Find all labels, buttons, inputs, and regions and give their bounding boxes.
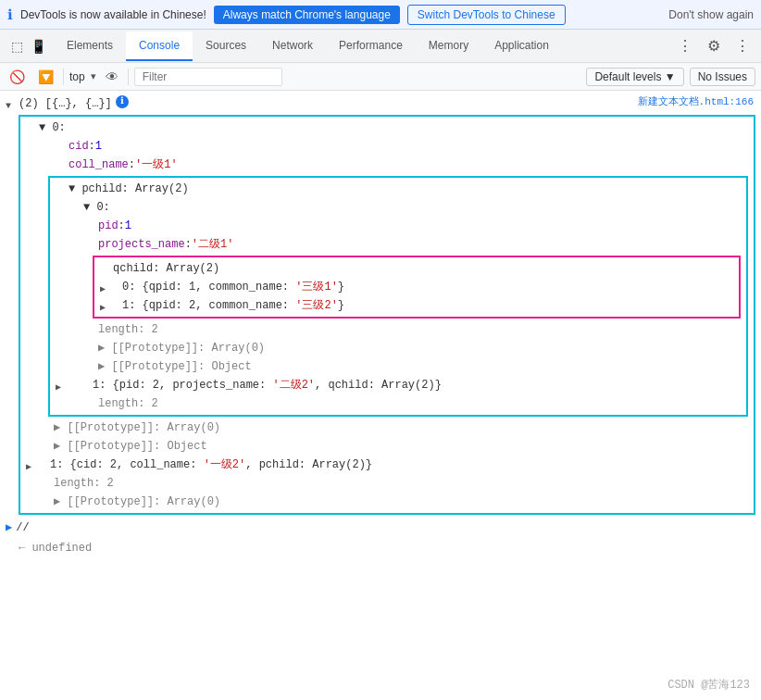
length-b-text: length: 2 bbox=[98, 395, 158, 412]
switch-devtools-button[interactable]: Switch DevTools to Chinese bbox=[407, 5, 566, 25]
teal-outer-box: ▼ 0: cid : 1 coll_name : '一级1' ▼ pchild:… bbox=[19, 115, 755, 515]
more-tabs-icon[interactable]: ⋮ bbox=[670, 33, 700, 58]
console-area: 新建文本文档.html:166 ▼ (2) [{…}, {…}] ℹ ▼ 0: … bbox=[0, 91, 761, 700]
inspect-icon[interactable]: ⬚ bbox=[9, 37, 25, 56]
device-icon[interactable]: 📱 bbox=[29, 37, 48, 56]
watermark: CSDN @苦海123 bbox=[667, 677, 750, 693]
pid-value: 1 bbox=[125, 218, 131, 234]
pchild-arrow[interactable]: ▼ pchild: Array(2) bbox=[69, 181, 189, 197]
array-summary-line: ▼ (2) [{…}, {…}] ℹ bbox=[0, 94, 761, 113]
match-language-button[interactable]: Always match Chrome's language bbox=[214, 6, 400, 24]
qchild-item0-text: 0: {qpid: 1, common_name: '三级1'} bbox=[122, 279, 344, 295]
qchild-item0: ▶ 0: {qpid: 1, common_name: '三级1'} bbox=[94, 278, 739, 296]
info-icon: ℹ bbox=[7, 6, 13, 23]
cid-value: 1 bbox=[95, 138, 102, 155]
eye-icon[interactable]: 👁 bbox=[102, 68, 122, 86]
filter-toggle-button[interactable]: 🔽 bbox=[34, 68, 57, 86]
undefined-line: ← undefined bbox=[0, 538, 761, 558]
item1-collapsed: ▶ 1: {cid: 2, coll_name: '一级2', pchild: … bbox=[20, 456, 754, 474]
info-message: DevTools is now available in Chinese! bbox=[20, 8, 206, 21]
prompt-line: ▶ // bbox=[0, 517, 761, 538]
item0-label: ▼ 0: bbox=[20, 119, 754, 137]
prototype-array-a-text: ▶ [[Prototype]]: Array(0) bbox=[98, 340, 265, 356]
prototype-obj-b-text: ▶ [[Prototype]]: Object bbox=[54, 438, 207, 455]
cid-key: cid bbox=[69, 138, 89, 155]
length-a-text: length: 2 bbox=[98, 321, 158, 338]
tab-sources[interactable]: Sources bbox=[193, 31, 259, 61]
filter-input[interactable] bbox=[134, 68, 282, 86]
prototype-obj-a-text: ▶ [[Prototype]]: Object bbox=[98, 358, 252, 375]
qchild-item1-text: 1: {qpid: 2, common_name: '三级2'} bbox=[122, 297, 344, 314]
p-item0-arrow[interactable]: ▼ 0: bbox=[83, 199, 110, 216]
info-bar: ℹ DevTools is now available in Chinese! … bbox=[0, 0, 761, 30]
prototype-obj-line-a: ▶ [[Prototype]]: Object bbox=[50, 357, 746, 376]
prototype-array-line-a: ▶ [[Prototype]]: Array(0) bbox=[50, 339, 746, 357]
prototype-obj-line-b: ▶ [[Prototype]]: Object bbox=[20, 437, 754, 456]
length-line-c: length: 2 bbox=[20, 474, 754, 493]
pid-colon: : bbox=[119, 218, 125, 234]
info-badge[interactable]: ℹ bbox=[116, 95, 129, 108]
p-item0-label: ▼ 0: bbox=[50, 198, 746, 217]
toolbar-divider2 bbox=[128, 69, 129, 85]
settings-icon[interactable]: ⚙ bbox=[700, 33, 728, 58]
teal-inner-box: ▼ pchild: Array(2) ▼ 0: pid : 1 projects… bbox=[48, 176, 748, 417]
prototype-array-line-c: ▶ [[Prototype]]: Array(0) bbox=[20, 493, 754, 511]
top-context-label: top bbox=[69, 70, 85, 83]
prototype-array-line-b: ▶ [[Prototype]]: Array(0) bbox=[20, 419, 754, 437]
pink-box: qchild: Array(2) ▶ 0: {qpid: 1, common_n… bbox=[93, 256, 741, 319]
comment-text: // bbox=[16, 521, 29, 534]
item0-arrow[interactable]: ▼ 0: bbox=[39, 119, 66, 136]
toolbar-divider bbox=[63, 69, 64, 85]
default-levels-button[interactable]: Default levels ▼ bbox=[586, 68, 683, 86]
qchild-item1-arrow[interactable]: ▶ bbox=[100, 300, 106, 317]
pid-key: pid bbox=[98, 218, 119, 234]
projects-name-key: projects_name bbox=[98, 236, 185, 253]
tab-memory[interactable]: Memory bbox=[416, 31, 481, 61]
cid-line: cid : 1 bbox=[20, 137, 754, 156]
qchild-item1: ▶ 1: {qpid: 2, common_name: '三级2'} bbox=[94, 296, 739, 315]
cid-colon: : bbox=[89, 138, 95, 155]
tab-elements[interactable]: Elements bbox=[54, 31, 126, 61]
tab-performance[interactable]: Performance bbox=[326, 31, 416, 61]
p-item1-collapsed: ▶ 1: {pid: 2, projects_name: '二级2', qchi… bbox=[50, 376, 746, 394]
prompt-icon: ▶ bbox=[6, 520, 12, 534]
tab-bar: ⬚ 📱 Elements Console Sources Network Per… bbox=[0, 30, 761, 63]
tab-network[interactable]: Network bbox=[259, 31, 326, 61]
qchild-label: qchild: Array(2) bbox=[94, 259, 739, 278]
undefined-value: undefined bbox=[31, 542, 92, 555]
projects-name-colon: : bbox=[185, 236, 192, 253]
array-summary: (2) [{…}, {…}] bbox=[19, 95, 112, 112]
pid-line: pid : 1 bbox=[50, 217, 746, 235]
expand-arrow[interactable]: ▼ bbox=[6, 98, 11, 115]
console-main: 新建文本文档.html:166 ▼ (2) [{…}, {…}] ℹ ▼ 0: … bbox=[0, 91, 761, 700]
tab-bar-icons: ⬚ 📱 bbox=[4, 37, 54, 56]
coll-name-value: '一级1' bbox=[135, 156, 178, 173]
coll-name-key: coll_name bbox=[69, 156, 129, 173]
projects-name-value: '二级1' bbox=[192, 236, 234, 253]
item1-text: 1: {cid: 2, coll_name: '一级2', pchild: Ar… bbox=[50, 456, 372, 473]
pchild-label: ▼ pchild: Array(2) bbox=[50, 180, 746, 198]
coll-name-colon: : bbox=[129, 156, 135, 173]
length-line-b: length: 2 bbox=[50, 394, 746, 413]
console-toolbar: 🚫 🔽 top ▾ 👁 Default levels ▼ No Issues bbox=[0, 63, 761, 91]
undefined-text: ← bbox=[19, 542, 31, 555]
length-line-a: length: 2 bbox=[50, 320, 746, 339]
qchild-label-text: qchild: Array(2) bbox=[113, 260, 219, 277]
prototype-array-b-text: ▶ [[Prototype]]: Array(0) bbox=[54, 419, 220, 436]
p-item1-text: 1: {pid: 2, projects_name: '二级2', qchild… bbox=[93, 377, 442, 394]
coll-name-line: coll_name : '一级1' bbox=[20, 156, 754, 174]
top-dropdown-arrow[interactable]: ▾ bbox=[91, 70, 96, 82]
dismiss-button[interactable]: Don't show again bbox=[668, 8, 754, 21]
clear-console-button[interactable]: 🚫 bbox=[6, 68, 29, 86]
projects-name-line: projects_name : '二级1' bbox=[50, 235, 746, 254]
no-issues-button[interactable]: No Issues bbox=[690, 68, 755, 86]
length-c-text: length: 2 bbox=[54, 475, 114, 492]
tab-console[interactable]: Console bbox=[126, 31, 193, 61]
prototype-array-c-text: ▶ [[Prototype]]: Array(0) bbox=[54, 494, 220, 510]
tab-application[interactable]: Application bbox=[481, 31, 562, 61]
kebab-menu-icon[interactable]: ⋮ bbox=[728, 33, 757, 58]
